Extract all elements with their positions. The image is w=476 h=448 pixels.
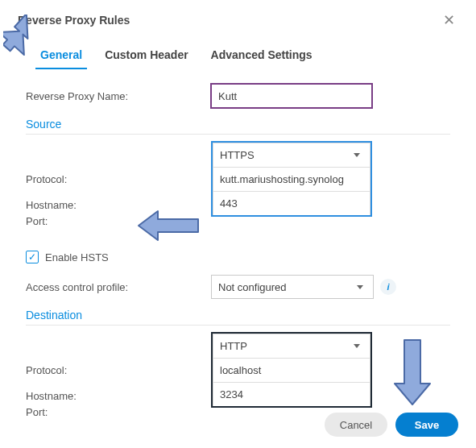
dst-protocol-select[interactable]: HTTP bbox=[213, 334, 370, 358]
src-hostname-label: Hostname: bbox=[26, 199, 211, 211]
dst-protocol-value: HTTP bbox=[220, 340, 247, 352]
reverse-proxy-dialog: Reverse Proxy Rules ✕ General Custom Hea… bbox=[0, 0, 476, 432]
src-port-input[interactable] bbox=[213, 191, 370, 215]
save-button[interactable]: Save bbox=[395, 413, 458, 437]
tab-general[interactable]: General bbox=[40, 44, 82, 69]
name-label: Reverse Proxy Name: bbox=[26, 90, 211, 102]
src-protocol-value: HTTPS bbox=[220, 149, 255, 161]
check-icon: ✓ bbox=[28, 251, 36, 263]
tabs: General Custom Header Advanced Settings bbox=[18, 44, 458, 69]
close-icon[interactable]: ✕ bbox=[440, 11, 458, 29]
chevron-down-icon bbox=[354, 153, 360, 157]
enable-hsts-label: Enable HSTS bbox=[45, 251, 109, 263]
enable-hsts-checkbox[interactable]: ✓ bbox=[26, 251, 39, 263]
section-source: Source bbox=[26, 118, 450, 135]
dst-hostname-input[interactable] bbox=[213, 358, 370, 382]
form-general: Reverse Proxy Name: Source Protocol: HTT… bbox=[18, 84, 458, 432]
dst-protocol-label: Protocol: bbox=[26, 364, 211, 376]
info-icon[interactable]: i bbox=[380, 279, 396, 295]
src-port-label: Port: bbox=[26, 215, 211, 227]
acp-select[interactable]: Not configured bbox=[211, 275, 374, 299]
enable-hsts-row[interactable]: ✓ Enable HSTS bbox=[26, 251, 450, 263]
acp-label: Access control profile: bbox=[26, 281, 211, 293]
section-destination: Destination bbox=[26, 309, 450, 326]
cancel-button[interactable]: Cancel bbox=[325, 413, 387, 437]
dialog-title: Reverse Proxy Rules bbox=[18, 14, 130, 27]
tab-custom-header[interactable]: Custom Header bbox=[105, 44, 188, 69]
dialog-footer: Cancel Save bbox=[325, 413, 458, 437]
src-protocol-select[interactable]: HTTPS bbox=[213, 143, 370, 167]
dst-port-label: Port: bbox=[26, 406, 211, 418]
chevron-down-icon bbox=[357, 285, 363, 289]
destination-group: HTTP bbox=[211, 332, 372, 408]
acp-value: Not configured bbox=[218, 281, 287, 293]
dst-port-input[interactable] bbox=[213, 382, 370, 406]
dst-hostname-label: Hostname: bbox=[26, 390, 211, 402]
tab-advanced-settings[interactable]: Advanced Settings bbox=[211, 44, 313, 69]
src-protocol-label: Protocol: bbox=[26, 173, 211, 185]
source-group: HTTPS bbox=[211, 141, 372, 217]
titlebar: Reverse Proxy Rules ✕ bbox=[18, 11, 458, 29]
chevron-down-icon bbox=[354, 344, 360, 348]
src-hostname-input[interactable] bbox=[213, 167, 370, 191]
name-input[interactable] bbox=[211, 84, 372, 108]
